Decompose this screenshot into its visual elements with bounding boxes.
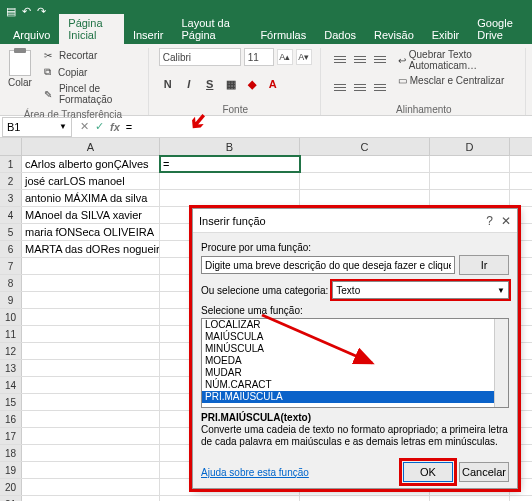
list-item[interactable]: PRI.MAIÚSCULA <box>202 391 508 403</box>
cell[interactable]: josé carLOS manoel <box>22 173 160 189</box>
redo-icon[interactable]: ↷ <box>37 5 46 18</box>
row-header[interactable]: 6 <box>0 241 22 257</box>
col-header-c[interactable]: C <box>300 138 430 155</box>
help-link[interactable]: Ajuda sobre esta função <box>201 467 309 478</box>
cut-button[interactable]: ✂Recortar <box>40 48 140 63</box>
cell[interactable] <box>430 496 510 501</box>
row-header[interactable]: 14 <box>0 377 22 393</box>
row-header[interactable]: 4 <box>0 207 22 223</box>
bold-button[interactable]: N <box>159 75 177 93</box>
cell[interactable] <box>22 445 160 461</box>
undo-icon[interactable]: ↶ <box>22 5 31 18</box>
cell[interactable] <box>160 190 300 206</box>
cell[interactable]: = <box>160 156 300 172</box>
row-header[interactable]: 9 <box>0 292 22 308</box>
list-item[interactable]: MUDAR <box>202 367 508 379</box>
underline-button[interactable]: S <box>201 75 219 93</box>
cell[interactable] <box>300 190 430 206</box>
increase-font-icon[interactable]: A▴ <box>277 49 293 65</box>
cell[interactable] <box>22 394 160 410</box>
merge-center-button[interactable]: ▭Mesclar e Centralizar <box>395 74 517 87</box>
cancel-formula-icon[interactable]: ✕ <box>80 120 89 133</box>
list-item[interactable]: MINÚSCULA <box>202 343 508 355</box>
cell[interactable] <box>22 479 160 495</box>
align-center-button[interactable] <box>351 76 369 92</box>
font-name-select[interactable]: Calibri <box>159 48 241 66</box>
row-header[interactable]: 18 <box>0 445 22 461</box>
cell[interactable]: MAnoel da SILVA xavier <box>22 207 160 223</box>
tab-inserir[interactable]: Inserir <box>124 26 173 44</box>
cell[interactable] <box>22 275 160 291</box>
row-header[interactable]: 16 <box>0 411 22 427</box>
align-left-button[interactable] <box>331 76 349 92</box>
paste-button[interactable]: Colar <box>6 48 34 107</box>
cell[interactable] <box>430 173 510 189</box>
align-middle-button[interactable] <box>351 48 369 64</box>
cell[interactable] <box>22 309 160 325</box>
tab-formulas[interactable]: Fórmulas <box>251 26 315 44</box>
cell[interactable]: cArlos alberto gonÇAlves <box>22 156 160 172</box>
ok-button[interactable]: OK <box>403 462 453 482</box>
list-item[interactable]: NÚM.CARACT <box>202 379 508 391</box>
italic-button[interactable]: I <box>180 75 198 93</box>
row-header[interactable]: 19 <box>0 462 22 478</box>
col-header-d[interactable]: D <box>430 138 510 155</box>
font-size-select[interactable]: 11 <box>244 48 274 66</box>
category-select[interactable]: Texto▼ <box>332 281 509 299</box>
row-header[interactable]: 12 <box>0 343 22 359</box>
cell[interactable] <box>22 258 160 274</box>
row-header[interactable]: 3 <box>0 190 22 206</box>
cell[interactable] <box>22 377 160 393</box>
select-all-corner[interactable] <box>0 138 22 155</box>
decrease-font-icon[interactable]: A▾ <box>296 49 312 65</box>
insert-function-button[interactable]: fx <box>110 121 120 133</box>
fill-color-button[interactable]: ◆ <box>243 75 261 93</box>
scrollbar[interactable] <box>494 319 508 407</box>
copy-button[interactable]: ⧉Copiar <box>40 64 140 80</box>
tab-inicial[interactable]: Página Inicial <box>59 14 124 44</box>
row-header[interactable]: 17 <box>0 428 22 444</box>
tab-exibir[interactable]: Exibir <box>423 26 469 44</box>
col-header-b[interactable]: B <box>160 138 300 155</box>
cancel-button[interactable]: Cancelar <box>459 462 509 482</box>
row-header[interactable]: 11 <box>0 326 22 342</box>
cell[interactable] <box>300 156 430 172</box>
align-top-button[interactable] <box>331 48 349 64</box>
col-header-a[interactable]: A <box>22 138 160 155</box>
cell[interactable] <box>300 173 430 189</box>
cell[interactable] <box>22 496 160 501</box>
row-header[interactable]: 5 <box>0 224 22 240</box>
name-box[interactable]: B1▼ <box>2 117 72 137</box>
tab-layout[interactable]: Layout da Página <box>172 14 251 44</box>
cell[interactable] <box>22 343 160 359</box>
cell[interactable] <box>22 292 160 308</box>
cell[interactable] <box>160 173 300 189</box>
row-header[interactable]: 1 <box>0 156 22 172</box>
list-item[interactable]: MAIÚSCULA <box>202 331 508 343</box>
cell[interactable] <box>430 190 510 206</box>
cell[interactable] <box>430 156 510 172</box>
list-item[interactable]: MOEDA <box>202 355 508 367</box>
row-header[interactable]: 8 <box>0 275 22 291</box>
tab-gdrive[interactable]: Google Drive <box>468 14 532 44</box>
cell[interactable] <box>160 496 300 501</box>
border-button[interactable]: ▦ <box>222 75 240 93</box>
row-header[interactable]: 20 <box>0 479 22 495</box>
cell[interactable] <box>300 496 430 501</box>
help-icon[interactable]: ? <box>486 214 493 228</box>
tab-arquivo[interactable]: Arquivo <box>4 26 59 44</box>
cell[interactable] <box>22 462 160 478</box>
cell[interactable] <box>22 411 160 427</box>
tab-revisao[interactable]: Revisão <box>365 26 423 44</box>
row-header[interactable]: 13 <box>0 360 22 376</box>
row-header[interactable]: 21 <box>0 496 22 501</box>
cell[interactable] <box>22 326 160 342</box>
cell[interactable]: antonio MÁXIMA da silva <box>22 190 160 206</box>
align-bottom-button[interactable] <box>371 48 389 64</box>
save-icon[interactable]: ▤ <box>6 5 16 18</box>
align-right-button[interactable] <box>371 76 389 92</box>
wrap-text-button[interactable]: ↩Quebrar Texto Automaticam… <box>395 48 517 72</box>
row-header[interactable]: 7 <box>0 258 22 274</box>
go-button[interactable]: Ir <box>459 255 509 275</box>
cell[interactable] <box>22 360 160 376</box>
